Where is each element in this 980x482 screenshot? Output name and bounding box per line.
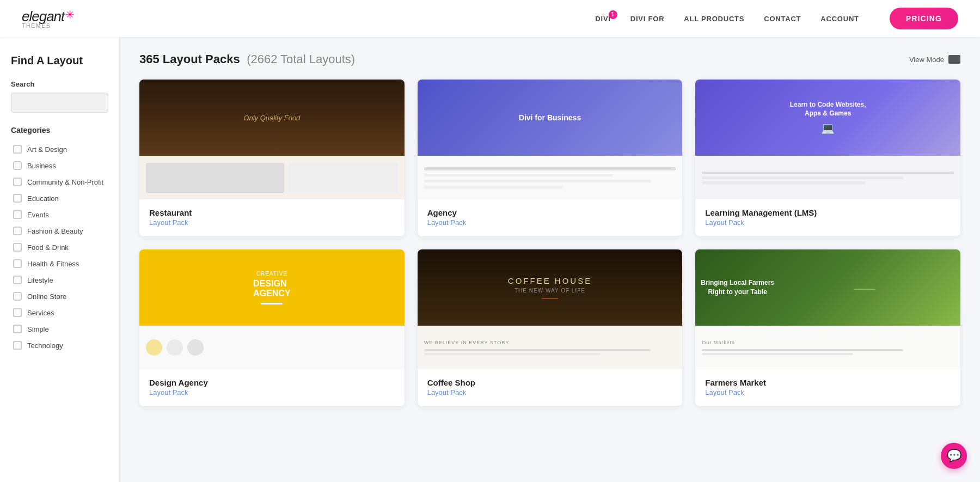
main-header: 365 Layout Packs (2662 Total Layouts) Vi… — [139, 52, 960, 66]
category-label-fashion-beauty: Fashion & Beauty — [27, 227, 83, 235]
categories-list: Art & Design Business Community & Non-Pr… — [11, 141, 108, 353]
category-checkbox-fashion-beauty[interactable] — [13, 227, 22, 235]
category-label-lifestyle: Lifestyle — [27, 276, 53, 284]
card-type-design-agency: Layout Pack — [149, 388, 395, 396]
category-checkbox-health-fitness[interactable] — [13, 259, 22, 268]
logo-themes: themes — [22, 23, 51, 29]
chat-icon: 💬 — [947, 449, 961, 463]
chat-bubble[interactable]: 💬 — [941, 443, 967, 469]
sidebar-item-education[interactable]: Education — [11, 190, 108, 206]
categories-title: Categories — [11, 126, 108, 135]
nav-divi[interactable]: DIVI 1 — [595, 15, 610, 23]
category-checkbox-education[interactable] — [13, 194, 22, 203]
sidebar-item-food-drink[interactable]: Food & Drink — [11, 239, 108, 255]
card-info-coffee-shop: Coffee Shop Layout Pack — [418, 369, 683, 406]
card-info-agency: Agency Layout Pack — [418, 199, 683, 236]
card-image-top-restaurant: Only Quality Food — [139, 80, 405, 156]
card-image-bottom-lms — [695, 156, 960, 199]
card-info-farmers-market: Farmers Market Layout Pack — [695, 369, 960, 406]
nav-contact[interactable]: CONTACT — [764, 15, 801, 23]
nav-all-products[interactable]: ALL PRODUCTS — [684, 15, 744, 23]
card-image-bottom-restaurant — [139, 156, 405, 199]
card-name-lms: Learning Management (LMS) — [705, 208, 951, 217]
logo[interactable]: elegant ✳ themes — [22, 8, 75, 29]
category-checkbox-lifestyle[interactable] — [13, 276, 22, 284]
category-checkbox-community[interactable] — [13, 178, 22, 186]
sidebar-item-community[interactable]: Community & Non-Profit — [11, 174, 108, 190]
category-label-simple: Simple — [27, 325, 49, 333]
sidebar-item-services[interactable]: Services — [11, 304, 108, 321]
card-image-design-agency: CREATIVE DESIGNAGENCY — [139, 249, 405, 369]
cards-grid: Only Quality Food Restaurant Layout Pack… — [139, 80, 960, 406]
card-name-farmers-market: Farmers Market — [705, 378, 951, 387]
nav-account[interactable]: ACCOUNT — [820, 15, 859, 23]
card-type-restaurant: Layout Pack — [149, 218, 395, 227]
category-checkbox-events[interactable] — [13, 210, 22, 219]
category-label-education: Education — [27, 194, 59, 203]
packs-title: 365 Layout Packs — [139, 52, 240, 66]
card-image-coffee-shop: COFFEE HOUSE The New Way Of Life WE BELI… — [418, 249, 683, 369]
category-checkbox-food-drink[interactable] — [13, 243, 22, 252]
card-type-farmers-market: Layout Pack — [705, 388, 951, 396]
divi-badge: 1 — [609, 10, 617, 19]
card-restaurant[interactable]: Only Quality Food Restaurant Layout Pack — [139, 80, 405, 236]
card-type-coffee-shop: Layout Pack — [427, 388, 673, 396]
card-type-lms: Layout Pack — [705, 218, 951, 227]
card-lms[interactable]: Learn to Code Websites,Apps & Games 💻 Le… — [695, 80, 960, 236]
card-name-design-agency: Design Agency — [149, 378, 395, 387]
category-label-events: Events — [27, 211, 49, 219]
search-label: Search — [11, 80, 108, 88]
category-checkbox-simple[interactable] — [13, 325, 22, 333]
sidebar-item-health-fitness[interactable]: Health & Fitness — [11, 255, 108, 272]
card-image-top-coffee-shop: COFFEE HOUSE The New Way Of Life — [418, 249, 683, 326]
main-content: 365 Layout Packs (2662 Total Layouts) Vi… — [120, 37, 980, 482]
sidebar-item-online-store[interactable]: Online Store — [11, 288, 108, 304]
card-agency[interactable]: Divi for Business Agency Layout Pack — [418, 80, 683, 236]
card-image-bottom-farmers-market: Our Markets — [695, 326, 960, 369]
view-mode[interactable]: View Mode — [909, 55, 960, 64]
sidebar-item-business[interactable]: Business — [11, 157, 108, 174]
sidebar-item-events[interactable]: Events — [11, 206, 108, 223]
card-image-restaurant: Only Quality Food — [139, 80, 405, 199]
card-name-agency: Agency — [427, 208, 673, 217]
category-label-art-design: Art & Design — [27, 145, 67, 154]
card-farmers-market[interactable]: Bringing Local FarmersRight to your Tabl… — [695, 249, 960, 406]
card-coffee-shop[interactable]: COFFEE HOUSE The New Way Of Life WE BELI… — [418, 249, 683, 406]
card-image-top-lms: Learn to Code Websites,Apps & Games 💻 — [695, 80, 960, 156]
card-image-bottom-design-agency — [139, 326, 405, 369]
logo-wordmark: elegant ✳ themes — [22, 8, 75, 29]
sidebar-item-technology[interactable]: Technology — [11, 337, 108, 353]
category-label-business: Business — [27, 162, 56, 170]
card-image-bottom-coffee-shop: WE BELIEVE IN EVERY STORY — [418, 326, 683, 369]
pricing-button[interactable]: PRICING — [890, 8, 958, 29]
card-image-top-farmers-market: Bringing Local FarmersRight to your Tabl… — [695, 249, 960, 326]
logo-star-icon: ✳ — [65, 8, 75, 21]
sidebar-title: Find A Layout — [11, 54, 108, 67]
sidebar-item-lifestyle[interactable]: Lifestyle — [11, 272, 108, 288]
category-checkbox-services[interactable] — [13, 308, 22, 317]
sidebar-item-art-design[interactable]: Art & Design — [11, 141, 108, 157]
category-label-technology: Technology — [27, 341, 63, 350]
card-name-coffee-shop: Coffee Shop — [427, 378, 673, 387]
sidebar-item-simple[interactable]: Simple — [11, 321, 108, 337]
view-mode-icon — [948, 55, 960, 64]
search-input[interactable] — [11, 93, 108, 113]
card-image-top-design-agency: CREATIVE DESIGNAGENCY — [139, 249, 405, 326]
card-info-lms: Learning Management (LMS) Layout Pack — [695, 199, 960, 236]
category-checkbox-art-design[interactable] — [13, 145, 22, 154]
sidebar-item-fashion-beauty[interactable]: Fashion & Beauty — [11, 223, 108, 239]
view-mode-label: View Mode — [909, 56, 944, 64]
page-body: Find A Layout Search Categories Art & De… — [0, 37, 980, 482]
card-design-agency[interactable]: CREATIVE DESIGNAGENCY Design Agency Layo… — [139, 249, 405, 406]
category-label-community: Community & Non-Profit — [27, 178, 103, 186]
card-type-agency: Layout Pack — [427, 218, 673, 227]
category-label-services: Services — [27, 309, 54, 317]
category-checkbox-technology[interactable] — [13, 341, 22, 350]
card-name-restaurant: Restaurant — [149, 208, 395, 217]
category-checkbox-online-store[interactable] — [13, 292, 22, 301]
category-checkbox-business[interactable] — [13, 161, 22, 170]
card-image-farmers-market: Bringing Local FarmersRight to your Tabl… — [695, 249, 960, 369]
card-image-bottom-agency — [418, 156, 683, 199]
total-layouts: (2662 Total Layouts) — [247, 52, 355, 66]
nav-divi-for[interactable]: DIVI FOR — [630, 15, 665, 23]
